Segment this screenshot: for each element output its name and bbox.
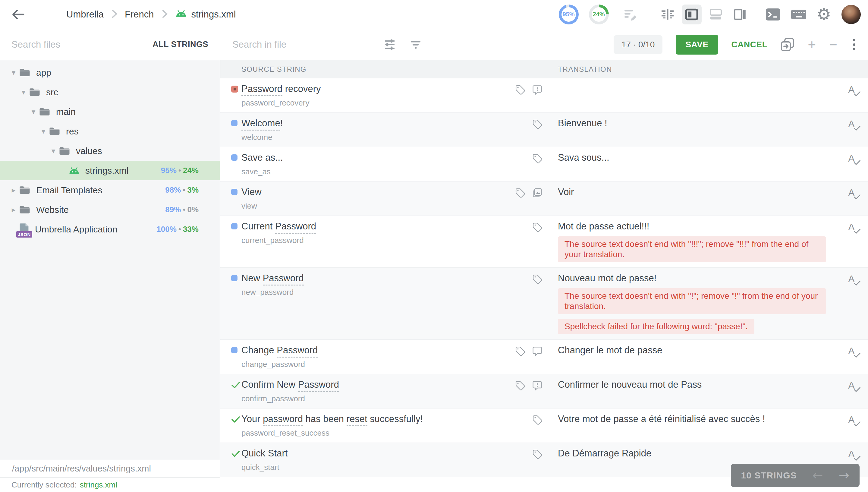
- string-row-save_as[interactable]: Save as...save_asSava sous...A: [220, 147, 868, 181]
- tag-icon[interactable]: [532, 414, 543, 425]
- view-mode-list-icon[interactable]: [658, 4, 678, 24]
- tag-icon[interactable]: [532, 449, 543, 460]
- glossary-term[interactable]: password: [263, 414, 303, 426]
- spellcheck-icon[interactable]: A: [848, 415, 859, 424]
- tree-item-email-templates[interactable]: ▸Email Templates98%•3%: [0, 180, 220, 200]
- file-path-input[interactable]: /app/src/main/res/values/strings.xml: [0, 460, 220, 477]
- cancel-button[interactable]: CANCEL: [732, 40, 768, 49]
- chevron-expanded-icon[interactable]: ▾: [28, 108, 39, 116]
- currently-selected-file-link[interactable]: strings.xml: [80, 480, 117, 490]
- chevron-expanded-icon[interactable]: ▾: [48, 147, 58, 155]
- prev-page-icon[interactable]: ←: [813, 469, 823, 482]
- string-row-view[interactable]: ViewviewVoirA: [220, 181, 868, 216]
- spellcheck-icon[interactable]: A: [848, 153, 859, 163]
- translation-text[interactable]: Confirmer le nouveau mot de Pass: [558, 379, 833, 390]
- zoom-out-icon[interactable]: −: [829, 38, 837, 52]
- tree-item-main[interactable]: ▾main: [0, 102, 220, 122]
- tree-item-res[interactable]: ▾res: [0, 122, 220, 141]
- breadcrumb-file[interactable]: strings.xml: [175, 9, 236, 20]
- tree-item-app[interactable]: ▾app: [0, 63, 220, 82]
- view-mode-right-panel-icon[interactable]: [730, 4, 750, 24]
- translation-text[interactable]: Votre mot de passe a été réinitialisé av…: [558, 414, 833, 424]
- string-row-change_password[interactable]: Change Passwordchange_passwordChanger le…: [220, 340, 868, 374]
- tag-icon[interactable]: [514, 187, 526, 198]
- string-row-password_reset_success[interactable]: Your password has been reset successfull…: [220, 409, 868, 443]
- tag-icon[interactable]: [514, 84, 526, 95]
- string-row-new_password[interactable]: New Passwordnew_passwordNouveau mot de p…: [220, 268, 868, 340]
- spellcheck-icon[interactable]: A: [848, 274, 859, 284]
- terminal-icon[interactable]: [766, 8, 781, 21]
- glossary-term[interactable]: Password: [275, 221, 316, 233]
- search-in-file-input[interactable]: Search in file: [232, 39, 383, 50]
- tag-icon[interactable]: [514, 345, 526, 356]
- more-options-icon[interactable]: [850, 38, 858, 52]
- glossary-term[interactable]: Password: [298, 379, 339, 392]
- screenshot-icon[interactable]: [532, 187, 543, 198]
- tag-icon[interactable]: [514, 380, 526, 391]
- tag-icon[interactable]: [532, 153, 543, 164]
- back-icon[interactable]: [11, 9, 25, 20]
- string-row-password_recovery[interactable]: Password recoverypassword_recoveryA: [220, 78, 868, 113]
- tag-icon[interactable]: [532, 222, 543, 233]
- spellcheck-icon[interactable]: A: [848, 222, 859, 232]
- glossary-term[interactable]: Welcome: [241, 118, 280, 130]
- view-mode-side-by-side-icon[interactable]: [682, 4, 701, 24]
- tag-icon[interactable]: [532, 119, 543, 130]
- search-files-input[interactable]: Search files: [11, 39, 153, 50]
- breadcrumb-project[interactable]: Umbrella: [66, 9, 104, 20]
- save-button[interactable]: SAVE: [676, 35, 718, 54]
- draft-notes-icon[interactable]: [623, 8, 638, 21]
- translation-text[interactable]: De Démarrage Rapide: [558, 448, 833, 459]
- translation-text[interactable]: [558, 83, 833, 94]
- glossary-term[interactable]: Password: [241, 83, 282, 96]
- spellcheck-icon[interactable]: A: [848, 380, 859, 390]
- tree-item-values[interactable]: ▾values: [0, 141, 220, 161]
- folder-icon: [39, 107, 51, 117]
- spellcheck-icon[interactable]: A: [848, 119, 859, 129]
- comment-icon[interactable]: [532, 345, 543, 356]
- translation-text[interactable]: Sava sous...: [558, 152, 833, 163]
- comment-alert-icon[interactable]: [532, 84, 543, 95]
- spellcheck-icon[interactable]: A: [848, 85, 859, 94]
- settings-gear-icon[interactable]: ⚙: [817, 6, 831, 23]
- string-row-confirm_password[interactable]: Confirm New Passwordconfirm_passwordConf…: [220, 374, 868, 409]
- zoom-in-icon[interactable]: +: [808, 38, 816, 52]
- string-key: view: [241, 201, 501, 211]
- spellcheck-icon[interactable]: A: [848, 449, 859, 459]
- breadcrumb-language[interactable]: French: [125, 9, 154, 20]
- glossary-term[interactable]: Password: [277, 345, 318, 358]
- spellcheck-icon[interactable]: A: [848, 188, 859, 197]
- string-row-current_password[interactable]: Current Passwordcurrent_passwordMot de p…: [220, 216, 868, 268]
- glossary-term[interactable]: Password: [263, 273, 304, 286]
- translated-progress-ring[interactable]: 95%: [559, 4, 579, 24]
- chevron-collapsed-icon[interactable]: ▸: [8, 206, 19, 214]
- translation-text[interactable]: Bienvenue !: [558, 118, 833, 129]
- tree-item-src[interactable]: ▾src: [0, 82, 220, 102]
- tree-item-strings.xml[interactable]: strings.xml95%•24%: [0, 161, 220, 180]
- chevron-collapsed-icon[interactable]: ▸: [8, 186, 19, 194]
- user-avatar[interactable]: [841, 5, 861, 24]
- translation-text[interactable]: Mot de passe actuel!!!: [558, 221, 833, 232]
- menu-icon[interactable]: [35, 10, 48, 19]
- string-row-welcome[interactable]: Welcome!welcomeBienvenue !A: [220, 113, 868, 147]
- translation-text[interactable]: Voir: [558, 187, 833, 197]
- search-settings-icon[interactable]: [383, 39, 396, 51]
- chevron-expanded-icon[interactable]: ▾: [8, 69, 19, 76]
- all-strings-button[interactable]: ALL STRINGS: [153, 40, 208, 49]
- view-mode-bottom-panel-icon[interactable]: [706, 4, 726, 24]
- glossary-term[interactable]: reset: [347, 414, 367, 426]
- comment-alert-icon[interactable]: [532, 380, 543, 391]
- next-page-icon[interactable]: →: [839, 469, 849, 482]
- chevron-expanded-icon[interactable]: ▾: [38, 127, 49, 135]
- chevron-expanded-icon[interactable]: ▾: [18, 88, 29, 96]
- copy-source-icon[interactable]: [781, 38, 794, 52]
- tree-item-umbrella-application[interactable]: JSONUmbrella Application100%•33%: [0, 219, 220, 239]
- keyboard-shortcuts-icon[interactable]: [791, 8, 807, 21]
- spellcheck-icon[interactable]: A: [848, 346, 859, 356]
- filter-icon[interactable]: [410, 39, 422, 50]
- translation-text[interactable]: Changer le mot de passe: [558, 345, 833, 356]
- tree-item-website[interactable]: ▸Website89%•0%: [0, 200, 220, 219]
- approved-progress-ring[interactable]: 24%: [589, 4, 609, 24]
- translation-text[interactable]: Nouveau mot de passe!: [558, 273, 833, 284]
- tag-icon[interactable]: [532, 273, 543, 285]
